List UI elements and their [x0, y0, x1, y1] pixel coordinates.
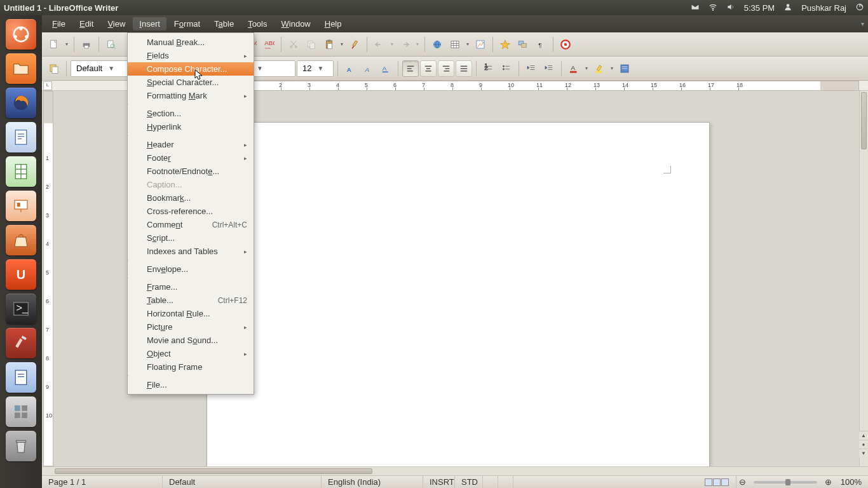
menu-edit[interactable]: Edit	[73, 17, 100, 30]
undo-button[interactable]	[371, 36, 388, 53]
cut-button[interactable]	[285, 36, 302, 53]
menu-item[interactable]: Object▸	[128, 347, 254, 360]
menu-item[interactable]: Horizontal Rule...	[128, 307, 254, 320]
new-dropdown-icon[interactable]: ▾	[64, 41, 70, 47]
launcher-firefox[interactable]	[6, 88, 36, 118]
menubar-toggle-icon[interactable]: ▾	[861, 20, 864, 27]
align-center-button[interactable]	[420, 60, 437, 77]
launcher-calc[interactable]	[6, 156, 36, 187]
align-right-button[interactable]	[438, 60, 454, 77]
nonprinting-button[interactable]: ¶	[532, 36, 549, 53]
menu-item[interactable]: Bookmark...	[128, 191, 254, 205]
print-button[interactable]	[78, 36, 95, 53]
launcher-trash[interactable]	[6, 431, 36, 461]
menu-item[interactable]: Formatting Mark▸	[128, 89, 254, 102]
menu-item[interactable]: Section...	[128, 107, 254, 120]
menu-item[interactable]: Hyperlink	[128, 120, 254, 133]
zoom-slider[interactable]	[754, 481, 817, 484]
menu-file[interactable]: File	[46, 17, 72, 30]
menu-format[interactable]: Format	[168, 17, 207, 30]
nav-select-button[interactable]: ●	[859, 440, 868, 449]
status-style[interactable]: Default	[163, 476, 322, 488]
menu-item[interactable]: Picture▸	[128, 320, 254, 334]
launcher-writer-doc[interactable]	[6, 362, 36, 393]
highlight-button[interactable]	[591, 60, 607, 77]
launcher-writer[interactable]	[6, 122, 36, 152]
menu-item[interactable]: Envelope...	[128, 262, 254, 276]
underline-button[interactable]: A	[377, 60, 394, 77]
help-button[interactable]	[557, 36, 574, 53]
menu-item[interactable]: Floating Frame	[128, 360, 254, 374]
launcher-files[interactable]	[6, 53, 36, 84]
italic-button[interactable]: A	[360, 60, 376, 77]
horizontal-scrollbar[interactable]	[42, 466, 868, 475]
redo-button[interactable]	[397, 36, 413, 53]
numbered-list-button[interactable]: 12	[480, 60, 497, 77]
view-layout-buttons[interactable]	[698, 476, 736, 488]
menu-window[interactable]: Window	[275, 17, 317, 30]
scrollbar-thumb[interactable]	[861, 92, 867, 149]
font-size-combo[interactable]: 12 ▼	[297, 60, 334, 77]
launcher-ubuntu-one[interactable]: U	[6, 259, 36, 290]
table-button[interactable]	[447, 36, 463, 53]
user-name[interactable]: Pushkar Raj	[801, 3, 846, 13]
zoom-value[interactable]: 100%	[834, 476, 868, 488]
power-icon[interactable]	[855, 3, 864, 13]
next-page-button[interactable]: ▼	[859, 449, 868, 458]
align-left-button[interactable]	[402, 60, 419, 77]
menu-item[interactable]: Special Character...	[128, 76, 254, 89]
align-justify-button[interactable]	[456, 60, 472, 77]
menu-tools[interactable]: Tools	[241, 17, 273, 30]
menu-table[interactable]: Table	[208, 17, 240, 30]
highlight-dropdown-icon[interactable]: ▾	[609, 65, 615, 71]
status-selection-mode[interactable]: STD	[455, 476, 483, 488]
bullet-list-button[interactable]	[498, 60, 515, 77]
hyperlink-button[interactable]	[429, 36, 445, 53]
wifi-icon[interactable]	[709, 3, 717, 13]
ruler-vertical[interactable]: 1 2 3 4 5 6 7 8 9 10	[43, 91, 53, 466]
gallery-button[interactable]	[515, 36, 531, 53]
document-page[interactable]	[207, 123, 709, 466]
menu-item[interactable]: Footnote/Endnote...	[128, 165, 254, 178]
undo-dropdown-icon[interactable]: ▾	[389, 41, 395, 47]
clock[interactable]: 5:35 PM	[744, 3, 775, 13]
show-draw-button[interactable]	[472, 36, 489, 53]
navigator-button[interactable]	[497, 36, 513, 53]
menu-item[interactable]: Indexes and Tables▸	[128, 245, 254, 258]
menu-item[interactable]: File...	[128, 378, 254, 391]
launcher-terminal[interactable]: >_	[6, 294, 36, 324]
launcher-dash[interactable]	[6, 19, 36, 50]
styles-button[interactable]	[46, 60, 62, 77]
autospell-button[interactable]: ABC	[261, 36, 277, 53]
paste-dropdown-icon[interactable]: ▾	[339, 41, 345, 47]
menu-item[interactable]: Script...	[128, 231, 254, 245]
status-language[interactable]: English (India)	[322, 476, 423, 488]
menu-item[interactable]: Movie and Sound...	[128, 334, 254, 347]
launcher-software-center[interactable]	[6, 225, 36, 255]
menu-item[interactable]: Fields▸	[128, 49, 254, 62]
launcher-settings[interactable]	[6, 328, 36, 358]
menu-item[interactable]: Table...Ctrl+F12	[128, 294, 254, 307]
print-preview-button[interactable]	[103, 36, 119, 53]
menu-item[interactable]: Footer▸	[128, 151, 254, 165]
status-insert-mode[interactable]: INSRT	[423, 476, 455, 488]
menu-item[interactable]: Manual Break...	[128, 36, 254, 49]
new-button[interactable]	[46, 36, 62, 53]
table-dropdown-icon[interactable]: ▾	[465, 41, 471, 47]
status-signature[interactable]	[498, 476, 513, 488]
menu-view[interactable]: View	[101, 17, 132, 30]
menu-help[interactable]: Help	[318, 17, 348, 30]
zoom-in-button[interactable]: ⊕	[822, 476, 834, 488]
menu-item[interactable]: CommentCtrl+Alt+C	[128, 218, 254, 231]
font-color-button[interactable]: A	[566, 60, 582, 77]
launcher-impress[interactable]	[6, 191, 36, 221]
redo-dropdown-icon[interactable]: ▾	[414, 41, 421, 47]
mail-icon[interactable]	[691, 3, 700, 13]
launcher-workspace[interactable]	[6, 396, 36, 427]
menu-item[interactable]: Header▸	[128, 138, 254, 151]
copy-button[interactable]	[303, 36, 320, 53]
volume-icon[interactable]	[726, 3, 735, 13]
zoom-out-button[interactable]: ⊖	[736, 476, 749, 488]
menu-item[interactable]: Frame...	[128, 280, 254, 294]
menu-insert[interactable]: Insert	[133, 17, 166, 30]
